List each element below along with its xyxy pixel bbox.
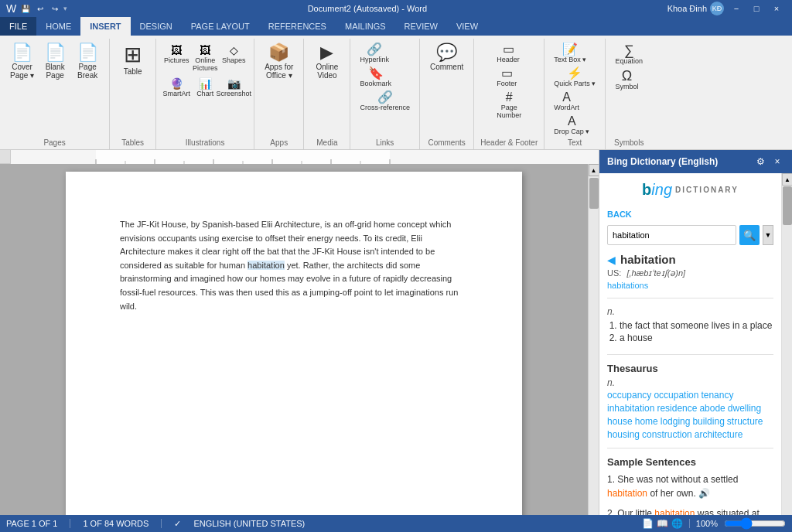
shapes-btn[interactable]: ◇ Shapes: [220, 42, 248, 74]
screenshot-btn[interactable]: 📷 Screenshot: [220, 75, 248, 100]
dict-sample-1-audio[interactable]: 🔊: [698, 488, 710, 499]
restore-btn[interactable]: □: [747, 2, 766, 15]
textbox-label: Text Box ▾: [554, 56, 586, 63]
dict-scroll-up[interactable]: ▲: [782, 173, 792, 186]
document-area: The JF-Kit House, by Spanish-based Elii …: [0, 150, 599, 532]
drop-cap-btn[interactable]: A Drop Cap ▾: [551, 114, 592, 137]
syn-building[interactable]: building: [692, 416, 724, 427]
comment-btn[interactable]: 💬 Comment: [426, 42, 467, 73]
wordart-icon: A: [562, 91, 571, 104]
textbox-btn[interactable]: 📝 Text Box ▾: [551, 42, 589, 65]
status-view-icons: 📄 📖 🌐: [642, 518, 683, 529]
links-items: 🔗 Hyperlink 🔖 Bookmark 🔗 Cross-reference: [357, 39, 413, 137]
syn-construction[interactable]: construction: [642, 429, 692, 440]
media-items: ▶ OnlineVideo: [312, 39, 343, 137]
minimize-btn[interactable]: −: [727, 2, 746, 15]
page-break-btn[interactable]: 📄 PageBreak: [72, 42, 103, 82]
footer-icon: ▭: [501, 67, 513, 80]
dict-related-link[interactable]: habitations: [607, 281, 648, 290]
horizontal-ruler: [11, 150, 599, 164]
syn-inhabitation[interactable]: inhabitation: [607, 403, 654, 414]
text-group-label: Text: [568, 137, 582, 149]
apps-for-office-btn[interactable]: 📦 Apps forOffice ▾: [261, 42, 297, 82]
comments-items: 💬 Comment: [426, 39, 467, 137]
dict-search-button[interactable]: 🔍: [739, 225, 760, 245]
tab-page-layout[interactable]: PAGE LAYOUT: [182, 17, 259, 36]
syn-house[interactable]: house: [607, 416, 633, 427]
dict-sample-1-highlight: habitation: [607, 488, 647, 499]
view-print-btn[interactable]: 📄: [642, 518, 654, 529]
tab-view[interactable]: VIEW: [447, 17, 487, 36]
pictures-btn[interactable]: 🖼 Pictures: [162, 42, 190, 74]
document-title: Document2 (Autosaved) - Word: [67, 4, 667, 13]
syn-architecture[interactable]: architecture: [695, 429, 743, 440]
smartart-btn[interactable]: 🔮 SmartArt: [162, 75, 190, 100]
ribbon-tabs: FILE HOME INSERT DESIGN PAGE LAYOUT REFE…: [0, 17, 792, 36]
bookmark-btn[interactable]: 🔖 Bookmark: [357, 66, 394, 89]
dict-search-input[interactable]: [607, 225, 736, 245]
view-read-btn[interactable]: 📖: [657, 518, 668, 529]
view-web-btn[interactable]: 🌐: [671, 518, 683, 529]
ribbon-group-illustrations: 🖼 Pictures 🖼 OnlinePictures ◇ Shapes 🔮 S…: [156, 39, 254, 149]
online-pictures-btn[interactable]: 🖼 OnlinePictures: [191, 42, 219, 74]
ribbon-group-tables: ⊞ Table Tables: [110, 39, 156, 149]
syn-occupancy[interactable]: occupancy: [607, 390, 651, 401]
blank-page-btn[interactable]: 📄 BlankPage: [39, 42, 70, 82]
quick-parts-icon: ⚡: [567, 67, 582, 80]
illustrations-items: 🖼 Pictures 🖼 OnlinePictures ◇ Shapes 🔮 S…: [162, 39, 248, 137]
illustrations-group-label: Illustrations: [186, 137, 225, 149]
hyperlink-btn[interactable]: 🔗 Hyperlink: [357, 42, 392, 65]
equation-btn[interactable]: ∑ Equation: [612, 42, 646, 66]
symbol-btn[interactable]: Ω Symbol: [612, 67, 641, 92]
header-btn[interactable]: ▭ Header: [493, 42, 523, 65]
page-number-label: PageNumber: [497, 104, 521, 119]
online-video-btn[interactable]: ▶ OnlineVideo: [312, 42, 343, 82]
syn-structure[interactable]: structure: [727, 416, 763, 427]
dict-divider-2: [607, 354, 773, 355]
tab-insert[interactable]: INSERT: [80, 17, 130, 36]
save-quick-btn[interactable]: 💾: [19, 2, 32, 15]
syn-occupation[interactable]: occupation: [654, 390, 698, 401]
chart-btn[interactable]: 📊 Chart: [191, 75, 219, 100]
syn-residence[interactable]: residence: [657, 403, 697, 414]
zoom-slider[interactable]: [724, 517, 786, 530]
table-btn[interactable]: ⊞ Table: [118, 42, 148, 78]
apps-group-label: Apps: [270, 137, 288, 149]
tab-references[interactable]: REFERENCES: [259, 17, 336, 36]
vertical-scrollbar: ▲ ▼: [588, 164, 599, 532]
tab-design[interactable]: DESIGN: [131, 17, 182, 36]
scroll-up-btn[interactable]: ▲: [589, 164, 599, 176]
syn-tenancy[interactable]: tenancy: [701, 390, 733, 401]
syn-lodging[interactable]: lodging: [661, 416, 691, 427]
syn-abode[interactable]: abode: [699, 403, 725, 414]
cover-page-btn[interactable]: 📄 CoverPage ▾: [6, 42, 38, 82]
wordart-btn[interactable]: A WordArt: [551, 90, 582, 113]
tab-mailings[interactable]: MAILINGS: [336, 17, 395, 36]
tab-review[interactable]: REVIEW: [395, 17, 447, 36]
redo-quick-btn[interactable]: ↪: [49, 2, 61, 15]
dict-close-btn[interactable]: ×: [770, 155, 784, 169]
footer-btn[interactable]: ▭ Footer: [493, 66, 520, 89]
dict-scroll-thumb[interactable]: [783, 186, 792, 225]
syn-home[interactable]: home: [635, 416, 658, 427]
cross-reference-btn[interactable]: 🔗 Cross-reference: [357, 90, 413, 113]
quick-parts-btn[interactable]: ⚡ Quick Parts ▾: [551, 66, 599, 89]
dict-settings-btn[interactable]: ⚙: [753, 155, 767, 169]
dict-back-link[interactable]: BACK: [607, 210, 632, 219]
dict-audio-btn[interactable]: ◀: [607, 254, 616, 266]
dict-phonetic-line: US: [ˌhæbɪˈteɪʃ(ə)n]: [607, 268, 773, 278]
dict-definitions-section: n. the fact that someone lives in a plac…: [599, 302, 781, 351]
syn-housing[interactable]: housing: [607, 429, 640, 440]
page-number-btn[interactable]: # PageNumber: [493, 90, 524, 121]
syn-dwelling[interactable]: dwelling: [728, 403, 761, 414]
word-icon: W: [6, 2, 16, 15]
tab-home[interactable]: HOME: [36, 17, 80, 36]
scroll-thumb[interactable]: [589, 178, 599, 209]
dict-scroll-right-btn[interactable]: ▼: [763, 225, 773, 245]
apps-for-office-label: Apps forOffice ▾: [265, 63, 293, 80]
smartart-label: SmartArt: [162, 90, 190, 97]
tab-file[interactable]: FILE: [0, 17, 36, 36]
blank-page-icon: 📄: [45, 44, 66, 61]
undo-quick-btn[interactable]: ↩: [34, 2, 46, 15]
close-btn[interactable]: ×: [767, 2, 786, 15]
